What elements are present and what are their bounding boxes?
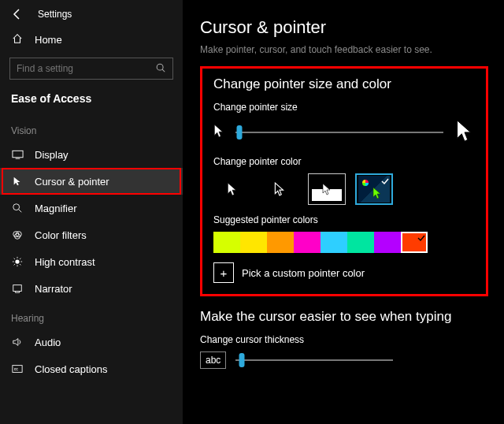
sidebar-item-audio[interactable]: Audio xyxy=(0,329,183,355)
pointer-size-slider[interactable] xyxy=(235,132,443,133)
pointer-size-label: Change pointer size xyxy=(213,102,475,113)
cursor-thickness-preview: abc xyxy=(200,351,226,369)
svg-rect-2 xyxy=(12,151,22,157)
svg-point-9 xyxy=(15,259,19,263)
checkmark-icon xyxy=(380,177,390,186)
window-title: Settings xyxy=(38,9,72,20)
group-hearing-label: Hearing xyxy=(0,302,183,329)
cursor-thickness-label: Change cursor thickness xyxy=(200,334,488,345)
color-swatch[interactable] xyxy=(294,232,321,253)
slider-thumb[interactable] xyxy=(239,353,245,367)
color-swatch[interactable] xyxy=(240,232,267,253)
pointer-color-custom[interactable] xyxy=(355,173,393,205)
color-swatch[interactable] xyxy=(321,232,347,253)
sidebar-item-label: Audio xyxy=(35,337,61,348)
sidebar: Settings Home Ease of Access Vision Disp… xyxy=(0,0,183,424)
back-icon[interactable] xyxy=(11,8,24,20)
sidebar-item-magnifier[interactable]: Magnifier xyxy=(0,195,183,221)
pointer-small-icon xyxy=(213,124,224,140)
home-icon xyxy=(11,33,24,46)
sidebar-item-display[interactable]: Display xyxy=(0,141,183,168)
display-icon xyxy=(11,148,24,161)
audio-icon xyxy=(11,336,24,348)
section-size-color-heading: Change pointer size and color xyxy=(213,76,475,92)
sidebar-item-cursor-pointer[interactable]: Cursor & pointer xyxy=(0,168,183,195)
cursor-pointer-icon xyxy=(11,175,24,188)
slider-thumb[interactable] xyxy=(237,125,243,139)
highlighted-section: Change pointer size and color Change poi… xyxy=(200,66,488,296)
sidebar-item-label: Cursor & pointer xyxy=(35,176,109,188)
checkmark-icon xyxy=(417,234,425,242)
page-subtitle: Make pointer, cursor, and touch feedback… xyxy=(200,44,488,55)
narrator-icon xyxy=(11,282,24,295)
color-swatch[interactable] xyxy=(267,232,294,253)
color-filters-icon xyxy=(11,229,24,241)
page-title: Cursor & pointer xyxy=(200,17,488,38)
custom-color-label: Pick a custom pointer color xyxy=(242,267,365,279)
cursor-thickness-slider[interactable] xyxy=(235,359,393,361)
sidebar-item-color-filters[interactable]: Color filters xyxy=(0,221,183,248)
sidebar-item-label: Magnifier xyxy=(35,203,76,214)
svg-rect-18 xyxy=(13,285,22,292)
color-swatch[interactable] xyxy=(347,232,374,253)
search-icon xyxy=(155,62,166,76)
main-content: Cursor & pointer Make pointer, cursor, a… xyxy=(183,0,504,424)
pointer-large-icon xyxy=(454,119,475,145)
pointer-color-white[interactable] xyxy=(213,173,251,205)
color-swatch[interactable] xyxy=(374,232,401,253)
home-link[interactable]: Home xyxy=(0,27,183,53)
sidebar-item-label: High contrast xyxy=(35,256,95,268)
pointer-color-inverted[interactable] xyxy=(308,173,346,205)
sidebar-item-label: Display xyxy=(35,149,69,161)
pointer-color-black[interactable] xyxy=(261,173,298,205)
svg-line-16 xyxy=(14,264,15,265)
color-swatch[interactable] xyxy=(401,232,428,253)
search-input[interactable] xyxy=(17,63,155,74)
pointer-color-label: Change pointer color xyxy=(213,156,475,167)
category-title: Ease of Access xyxy=(0,87,183,114)
sidebar-item-label: Color filters xyxy=(35,229,87,241)
svg-line-15 xyxy=(20,264,20,265)
suggested-colors-label: Suggested pointer colors xyxy=(213,214,475,225)
group-vision-label: Vision xyxy=(0,114,183,141)
svg-line-17 xyxy=(20,258,20,259)
sidebar-item-label: Narrator xyxy=(35,283,72,295)
svg-text:cc: cc xyxy=(14,366,19,371)
color-swatch[interactable] xyxy=(213,232,240,253)
svg-line-14 xyxy=(14,258,15,259)
sidebar-item-closed-captions[interactable]: cc Closed captions xyxy=(0,355,183,382)
svg-point-4 xyxy=(13,204,20,210)
sidebar-item-narrator[interactable]: Narrator xyxy=(0,275,183,302)
swatch-row xyxy=(213,232,475,253)
closed-captions-icon: cc xyxy=(11,363,24,375)
svg-line-1 xyxy=(162,69,165,72)
plus-icon: + xyxy=(220,266,228,280)
pick-custom-color-button[interactable]: + xyxy=(213,262,234,283)
sidebar-item-high-contrast[interactable]: High contrast xyxy=(0,248,183,275)
svg-point-0 xyxy=(157,64,163,70)
sidebar-item-label: Closed captions xyxy=(35,363,108,375)
home-label: Home xyxy=(35,34,62,46)
search-input-wrap[interactable] xyxy=(9,58,173,80)
high-contrast-icon xyxy=(11,255,24,268)
svg-line-5 xyxy=(19,210,22,213)
magnifier-icon xyxy=(11,202,24,214)
section-cursor-heading: Make the cursor easier to see when typin… xyxy=(200,309,488,325)
